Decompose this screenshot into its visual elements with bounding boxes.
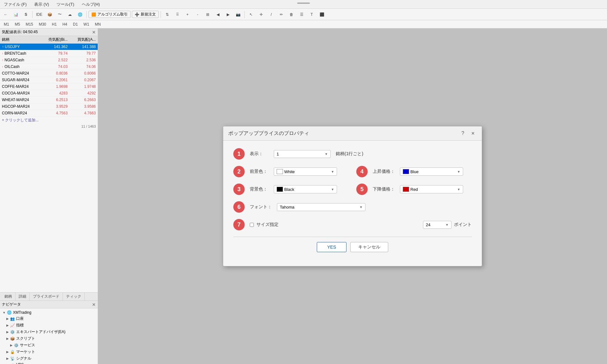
tab-detail[interactable]: 詳細 (15, 293, 30, 300)
table-row[interactable]: COFFE-MAR241.96981.9748 (0, 83, 98, 90)
dn-color-select[interactable]: Red ▼ (400, 185, 463, 193)
toolbar-s-btn[interactable]: S (21, 10, 30, 19)
symbol-cell: COTTO-MAR24 (0, 70, 40, 77)
cancel-button[interactable]: キャンセル (350, 242, 388, 252)
toolbar-cam-btn[interactable]: 📷 (234, 10, 242, 19)
tf-m5[interactable]: M5 (12, 21, 23, 27)
bid-cell: 3.9529 (40, 103, 70, 110)
toolbar-ide-btn[interactable]: IDE (34, 10, 44, 19)
toolbar-box-btn[interactable]: 📦 (45, 10, 54, 19)
toolbar-dots-btn[interactable]: ⠿ (173, 10, 182, 19)
size-select[interactable]: 24 ▼ (423, 221, 451, 229)
nav-item[interactable]: ▶👥 口座 (1, 315, 96, 322)
ask-cell: 79.77 (70, 50, 98, 57)
dialog-row-7: 7 サイズ指定 24 ▼ ポイント (233, 219, 472, 230)
toolbar-new-order-btn[interactable]: ➕ 新規注文 (132, 11, 159, 18)
nav-item[interactable]: ▶📡 シグナル (1, 355, 96, 362)
nav-item[interactable]: ▶⚙️ サービス (1, 342, 96, 349)
table-row[interactable]: ↑ USDJPY141.362141.388 (0, 44, 98, 50)
table-row[interactable]: HGCOP-MAR243.95293.9586 (0, 103, 98, 110)
tf-m15[interactable]: M15 (23, 21, 35, 27)
page-info: 11 / 1463 (0, 124, 98, 129)
menu-file[interactable]: ファイル (F) (3, 1, 28, 8)
nav-item[interactable]: ▶📈 指標 (1, 322, 96, 329)
toolbar-pencil-btn[interactable]: ✏ (277, 10, 286, 19)
toolbar-cursor-btn[interactable]: ↖ (247, 10, 255, 19)
navigator-close[interactable]: ✕ (92, 302, 96, 307)
toolbar-next-btn[interactable]: ▶ (224, 10, 232, 19)
bid-cell: 1.9698 (40, 83, 70, 90)
table-row[interactable]: COCOA-MAR2442834292 (0, 90, 98, 97)
dialog-title: ポップアッププライスのプロパティ (228, 130, 309, 137)
table-row[interactable]: ↑ NGASCash2.5222.536 (0, 57, 98, 64)
dialog-help-btn[interactable]: ? (459, 130, 467, 137)
tf-h4[interactable]: H4 (60, 21, 70, 27)
tf-w1[interactable]: W1 (81, 21, 92, 27)
step-1: 1 (233, 148, 245, 160)
nav-item[interactable]: ▶🔒 マーケット (1, 349, 96, 355)
tf-h1[interactable]: H1 (49, 21, 59, 27)
color-rows: 2 前景色： White ▼ 3 背 (233, 166, 472, 201)
display-select[interactable]: 1 ▼ (274, 150, 331, 158)
size-checkbox[interactable] (250, 223, 254, 227)
symbol-cell: COCOA-MAR24 (0, 90, 40, 97)
toolbar-back-btn[interactable]: ← (1, 10, 10, 19)
left-color-col: 2 前景色： White ▼ 3 背 (233, 166, 349, 201)
font-select[interactable]: Tahoma ▼ (277, 203, 365, 211)
toolbar-algo-btn[interactable]: 🟧 アルゴリズム取引 (89, 11, 131, 18)
dialog-close-btn[interactable]: × (469, 130, 477, 137)
tf-d1[interactable]: D1 (71, 21, 80, 27)
tf-m30[interactable]: M30 (36, 21, 49, 27)
bid-cell: 4.7563 (40, 110, 70, 117)
toolbar-minus-btn[interactable]: - (193, 10, 202, 19)
step-5: 5 (356, 184, 368, 195)
menu-help[interactable]: ヘルプ(H) (81, 1, 101, 8)
toolbar-cross-btn[interactable]: ✛ (257, 10, 266, 19)
tf-mn[interactable]: MN (92, 21, 103, 27)
toolbar-list-btn[interactable]: ☰ (297, 10, 306, 19)
tf-m1[interactable]: M1 (1, 21, 12, 27)
toolbar-prev-btn[interactable]: ◀ (213, 10, 222, 19)
label-fg: 前景色： (250, 169, 269, 174)
left-panel: 気配値表示: 04:50:45 ✕ 銘柄 売気配(Bi... 買気配(A... … (0, 28, 98, 364)
toolbar-text-btn[interactable]: T (307, 10, 316, 19)
toolbar-globe-btn[interactable]: 🌐 (76, 10, 84, 19)
table-row[interactable]: ↑ OILCash74.0374.06 (0, 64, 98, 70)
table-row[interactable]: SUGAR-MAR240.20610.2067 (0, 77, 98, 83)
fg-color-select[interactable]: White ▼ (274, 167, 337, 176)
nav-item[interactable]: ▶⚙️ エキスパートアドバイザ(EA) (1, 329, 96, 335)
table-row[interactable]: WHEAT-MAR246.25136.2663 (0, 97, 98, 103)
toolbar-delete-btn[interactable]: 🗑 (287, 10, 296, 19)
toolbar-arrows-btn[interactable]: ⇅ (163, 10, 172, 19)
nav-item[interactable]: ▶☁️ VPS (1, 362, 96, 364)
tab-tick[interactable]: ティック (63, 293, 85, 300)
ask-cell: 74.06 (70, 64, 98, 70)
ask-cell: 6.2663 (70, 97, 98, 103)
up-color-select[interactable]: Blue ▼ (400, 167, 463, 176)
toolbar-chart-btn[interactable]: 📊 (11, 10, 20, 19)
bg-color-select[interactable]: Black ▼ (274, 185, 337, 193)
table-row[interactable]: CORN-MAR244.75634.7663 (0, 110, 98, 117)
yes-button[interactable]: YES (317, 242, 346, 252)
add-symbol-row[interactable]: + クリックして追加... (0, 117, 98, 124)
toolbar-grid-btn[interactable]: ⊞ (203, 10, 212, 19)
toolbar-plus-btn[interactable]: + (183, 10, 192, 19)
toolbar-shapes-btn[interactable]: ⬛ (317, 10, 326, 19)
toolbar-line-btn[interactable]: / (267, 10, 276, 19)
nav-item[interactable]: ▼🌐 XMTrading (1, 310, 96, 315)
nav-item[interactable]: ▶📦 スクリプト (1, 335, 96, 342)
bg-color-swatch (277, 187, 283, 192)
table-row[interactable]: ↑ BRENTCash79.7479.77 (0, 50, 98, 57)
table-row[interactable]: COTTO-MAR240.80360.8066 (0, 70, 98, 77)
dialog-footer: YES キャンセル (233, 242, 472, 258)
bg-chevron: ▼ (331, 188, 334, 191)
market-watch-close[interactable]: ✕ (92, 30, 96, 35)
toolbar-cloud-btn[interactable]: ☁ (65, 10, 74, 19)
label-size: サイズ指定 (256, 222, 279, 228)
menu-tools[interactable]: ツール(T) (55, 1, 76, 8)
menu-view[interactable]: 表示 (V) (33, 1, 50, 8)
right-color-col: 4 上昇価格： Blue ▼ 5 下 (356, 166, 472, 201)
toolbar-wave-btn[interactable]: 〜 (55, 10, 64, 19)
tab-symbol[interactable]: 銘柄 (1, 293, 15, 300)
tab-priceboard[interactable]: プライスボード (30, 293, 63, 300)
